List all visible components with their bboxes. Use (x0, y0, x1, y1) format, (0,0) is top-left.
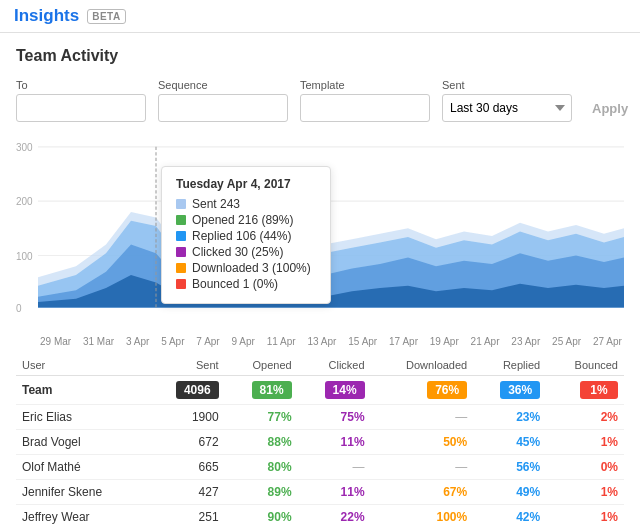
apply-button[interactable]: Apply (584, 94, 636, 122)
user-name: Eric Elias (16, 405, 148, 430)
user-opened: 89% (225, 480, 298, 505)
user-name: Olof Mathé (16, 455, 148, 480)
table-row: Jennifer Skene 427 89% 11% 67% 49% 1% (16, 480, 624, 505)
user-bounced: 2% (546, 405, 624, 430)
template-input[interactable] (300, 94, 430, 122)
filter-sequence-label: Sequence (158, 79, 288, 91)
tooltip-label: Downloaded 3 (100%) (192, 261, 311, 275)
x-axis-label: 21 Apr (471, 336, 500, 347)
to-input[interactable] (16, 94, 146, 122)
data-table: User Sent Opened Clicked Downloaded Repl… (16, 355, 624, 525)
team-replied: 36% (473, 376, 546, 405)
team-user: Team (16, 376, 148, 405)
x-axis-label: 3 Apr (126, 336, 149, 347)
tooltip-date: Tuesday Apr 4, 2017 (176, 177, 316, 191)
tooltip-row: Clicked 30 (25%) (176, 245, 316, 259)
user-sent: 665 (148, 455, 225, 480)
user-sent: 251 (148, 505, 225, 526)
svg-text:300: 300 (16, 142, 33, 153)
tooltip-label: Bounced 1 (0%) (192, 277, 278, 291)
filter-sequence: Sequence (158, 79, 288, 122)
col-downloaded: Downloaded (371, 355, 474, 376)
x-axis-label: 17 Apr (389, 336, 418, 347)
x-axis-label: 9 Apr (232, 336, 255, 347)
tooltip-row: Sent 243 (176, 197, 316, 211)
user-name: Jeffrey Wear (16, 505, 148, 526)
tooltip-dot (176, 231, 186, 241)
filter-to-label: To (16, 79, 146, 91)
x-axis-label: 25 Apr (552, 336, 581, 347)
col-bounced: Bounced (546, 355, 624, 376)
user-opened: 88% (225, 430, 298, 455)
x-axis-label: 7 Apr (196, 336, 219, 347)
col-sent: Sent (148, 355, 225, 376)
user-bounced: 0% (546, 455, 624, 480)
table-row: Jeffrey Wear 251 90% 22% 100% 42% 1% (16, 505, 624, 526)
sequence-input[interactable] (158, 94, 288, 122)
x-axis-label: 19 Apr (430, 336, 459, 347)
x-axis-label: 13 Apr (308, 336, 337, 347)
user-clicked: 11% (298, 430, 371, 455)
user-replied: 49% (473, 480, 546, 505)
user-clicked: 11% (298, 480, 371, 505)
col-clicked: Clicked (298, 355, 371, 376)
user-opened: 90% (225, 505, 298, 526)
user-downloaded: — (371, 455, 474, 480)
user-bounced: 1% (546, 430, 624, 455)
x-axis-label: 5 Apr (161, 336, 184, 347)
user-downloaded: 50% (371, 430, 474, 455)
x-axis-label: 27 Apr (593, 336, 622, 347)
filter-sent: Sent Last 30 days Last 7 days Last 90 da… (442, 79, 572, 122)
user-opened: 77% (225, 405, 298, 430)
app-title: Insights (14, 6, 79, 26)
team-row: Team 4096 81% 14% 76% 36% 1% (16, 376, 624, 405)
sent-select[interactable]: Last 30 days Last 7 days Last 90 days (442, 94, 572, 122)
app-header: Insights BETA (0, 0, 640, 33)
user-sent: 672 (148, 430, 225, 455)
tooltip-label: Clicked 30 (25%) (192, 245, 283, 259)
tooltip-label: Replied 106 (44%) (192, 229, 291, 243)
user-clicked: — (298, 455, 371, 480)
team-clicked: 14% (298, 376, 371, 405)
tooltip-dot (176, 199, 186, 209)
filter-template-label: Template (300, 79, 430, 91)
user-replied: 42% (473, 505, 546, 526)
x-axis-labels: 29 Mar31 Mar3 Apr5 Apr7 Apr9 Apr11 Apr13… (16, 336, 624, 347)
user-replied: 45% (473, 430, 546, 455)
filter-template: Template (300, 79, 430, 122)
beta-badge: BETA (87, 9, 125, 24)
x-axis-label: 29 Mar (40, 336, 71, 347)
user-clicked: 75% (298, 405, 371, 430)
page-content: Team Activity To Sequence Template Sent … (0, 33, 640, 525)
user-downloaded: 67% (371, 480, 474, 505)
svg-text:100: 100 (16, 250, 33, 261)
x-axis-label: 23 Apr (511, 336, 540, 347)
x-axis-label: 31 Mar (83, 336, 114, 347)
tooltip-dot (176, 279, 186, 289)
filter-to: To (16, 79, 146, 122)
user-downloaded: 100% (371, 505, 474, 526)
page-title: Team Activity (16, 47, 624, 65)
tooltip-dot (176, 247, 186, 257)
svg-text:200: 200 (16, 196, 33, 207)
user-opened: 80% (225, 455, 298, 480)
col-replied: Replied (473, 355, 546, 376)
team-sent: 4096 (148, 376, 225, 405)
table-row: Olof Mathé 665 80% — — 56% 0% (16, 455, 624, 480)
user-name: Jennifer Skene (16, 480, 148, 505)
tooltip-dot (176, 263, 186, 273)
tooltip-label: Sent 243 (192, 197, 240, 211)
filter-sent-label: Sent (442, 79, 572, 91)
chart-container: 300 200 100 0 Tuesday Apr 4, 2017 Sent 2… (16, 136, 624, 326)
table-row: Eric Elias 1900 77% 75% — 23% 2% (16, 405, 624, 430)
svg-text:0: 0 (16, 303, 22, 314)
tooltip-row: Replied 106 (44%) (176, 229, 316, 243)
filter-bar: To Sequence Template Sent Last 30 days L… (16, 79, 624, 122)
col-opened: Opened (225, 355, 298, 376)
team-bounced: 1% (546, 376, 624, 405)
user-sent: 427 (148, 480, 225, 505)
col-user: User (16, 355, 148, 376)
user-replied: 56% (473, 455, 546, 480)
tooltip-row: Downloaded 3 (100%) (176, 261, 316, 275)
user-bounced: 1% (546, 480, 624, 505)
